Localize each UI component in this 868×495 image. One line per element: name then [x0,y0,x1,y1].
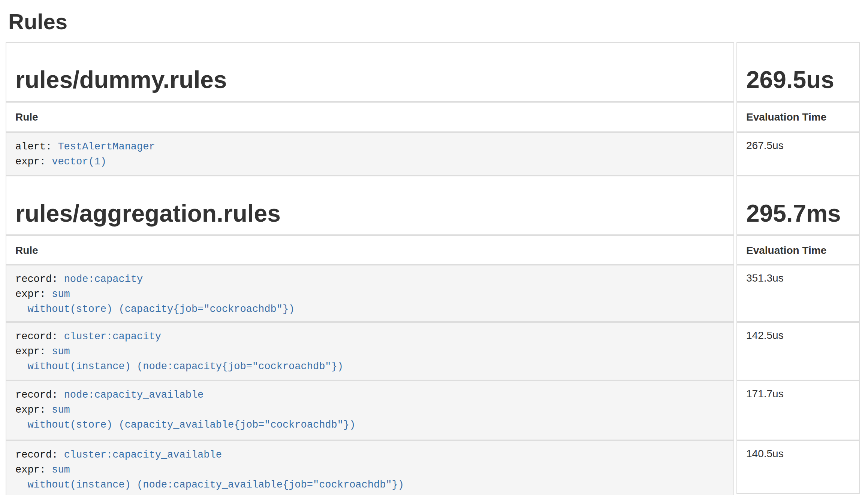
rule-name-link[interactable]: node:capacity [64,274,143,285]
rule-group-eval-time: 295.7ms [736,176,860,235]
rules-table: rules/dummy.rules 269.5us Rule Evaluatio… [6,42,860,495]
rule-expr-label: expr: [15,289,46,300]
rule-definition: alert: TestAlertManager expr: vector(1) [15,139,724,169]
rule-expr-label: expr: [15,404,46,416]
rule-group-file-name: rules/dummy.rules [15,67,724,93]
rule-definition: record: node:capacity expr: sum without(… [15,272,724,317]
rule-eval-time: 142.5us [736,322,860,380]
rule-type-label: record: [15,449,58,461]
rule-expr-link[interactable]: sum [52,404,70,416]
rule-row: record: cluster:capacity expr: sum witho… [6,322,734,380]
rule-eval-time: 267.5us [736,132,860,176]
rule-definition: record: node:capacity_available expr: su… [15,388,724,432]
rule-definition: record: cluster:capacity_available expr:… [15,447,724,492]
rule-name-link[interactable]: cluster:capacity_available [64,449,222,461]
rule-expr-link[interactable]: sum [52,346,70,357]
rule-type-label: record: [15,274,58,285]
rule-group-header: rules/dummy.rules [6,42,734,102]
column-header-rule: Rule [6,235,734,265]
rule-eval-time: 171.7us [736,380,860,440]
rule-expr-link-continuation[interactable]: without(store) (capacity{job="cockroachd… [15,304,295,315]
rule-name-link[interactable]: node:capacity_available [64,389,204,401]
rule-name-link[interactable]: TestAlertManager [58,141,155,152]
rule-eval-time: 351.3us [736,265,860,322]
rule-expr-link[interactable]: sum [52,464,70,476]
rule-expr-label: expr: [15,346,46,357]
rule-group-file-name: rules/aggregation.rules [15,200,724,227]
rule-type-label: record: [15,389,58,401]
rule-eval-time: 140.5us [736,440,860,494]
rule-expr-link[interactable]: vector(1) [52,156,106,167]
rule-expr-link-continuation[interactable]: without(instance) (node:capacity{job="co… [15,361,343,372]
rule-type-label: record: [15,331,58,342]
rule-expr-link-continuation[interactable]: without(instance) (node:capacity_availab… [15,479,404,491]
column-header-evaluation-time: Evaluation Time [736,102,860,132]
rule-row: record: cluster:capacity_available expr:… [6,440,734,495]
rule-type-label: alert: [15,141,52,152]
rule-row: record: node:capacity expr: sum without(… [6,265,734,322]
rule-expr-link[interactable]: sum [52,289,70,300]
rule-group-header: rules/aggregation.rules [6,176,734,235]
rule-row: record: node:capacity_available expr: su… [6,380,734,440]
rule-group-eval-time-value: 295.7ms [746,200,850,227]
rule-expr-link-continuation[interactable]: without(store) (capacity_available{job="… [15,419,355,431]
rule-expr-label: expr: [15,464,46,476]
rule-expr-label: expr: [15,156,46,167]
page-title: Rules [8,10,868,34]
rule-definition: record: cluster:capacity expr: sum witho… [15,329,724,374]
column-header-rule: Rule [6,102,734,132]
rule-name-link[interactable]: cluster:capacity [64,331,161,342]
rule-row: alert: TestAlertManager expr: vector(1) [6,132,734,176]
rule-group-eval-time-value: 269.5us [746,67,850,93]
column-header-evaluation-time: Evaluation Time [736,235,860,265]
rule-group-eval-time: 269.5us [736,42,860,102]
